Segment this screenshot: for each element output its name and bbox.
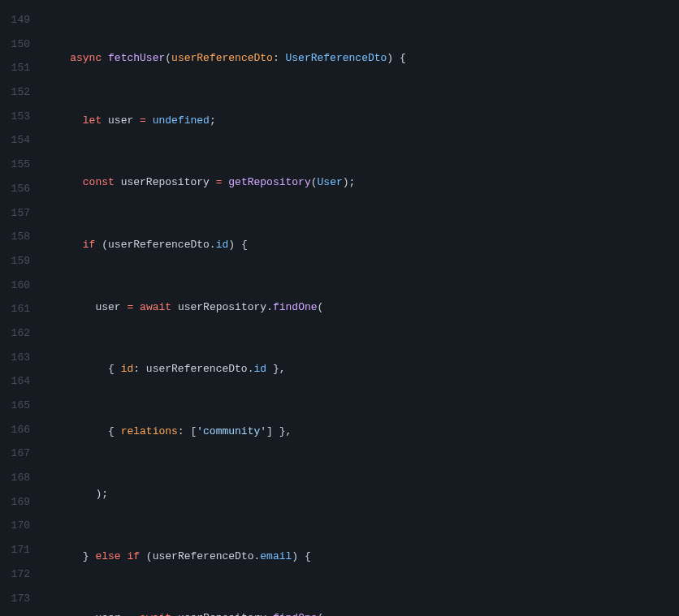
var-userRepository: userRepository [121,176,210,188]
line-number: 165 [0,394,30,418]
line-number: 173 [0,587,30,611]
code-content[interactable]: async fetchUser(userReferenceDto: UserRe… [45,0,679,616]
var-userReferenceDto: userReferenceDto [108,239,210,251]
keyword-if: if [83,239,96,251]
line-number: 154 [0,128,30,153]
line-number: 156 [0,177,30,201]
literal-undefined: undefined [153,114,210,127]
code-line: const userRepository = getRepository(Use… [45,170,679,195]
var-user: user [95,301,120,313]
keyword-async: async [70,52,102,64]
param-userReferenceDto: userReferenceDto [171,52,273,64]
string-community: 'community' [197,425,266,437]
operator-eq: = [127,301,133,313]
code-line: async fetchUser(userReferenceDto: UserRe… [45,46,679,71]
fn-findOne: findOne [273,301,318,313]
line-number: 162 [0,321,30,346]
code-line: } else if (userReferenceDto.email) { [45,545,679,569]
var-userReferenceDto: userReferenceDto [146,363,248,375]
line-number: 159 [0,249,30,274]
code-line: ); [45,482,679,506]
code-line: { relations: ['community'] }, [45,420,679,444]
keyword-if: if [127,550,140,562]
line-number: 166 [0,418,30,442]
operator-eq: = [127,612,133,616]
line-number: 150 [0,32,30,57]
code-line: if (userReferenceDto.id) { [45,233,679,257]
keyword-else: else [95,550,120,562]
fn-getRepository: getRepository [228,176,310,188]
keyword-let: let [83,114,102,127]
line-number: 168 [0,466,30,490]
operator-eq: = [216,176,223,188]
keyword-const: const [83,176,115,188]
line-number: 151 [0,56,30,80]
fn-findOne: findOne [273,612,318,616]
keyword-await: await [140,612,171,616]
var-userRepository: userRepository [178,612,266,616]
code-line: user = await userRepository.findOne( [45,606,679,616]
code-editor: 1491501511521531541551561571581591601611… [0,0,679,616]
class-User: User [318,176,343,188]
key-id: id [121,363,134,375]
code-line: { id: userReferenceDto.id }, [45,357,679,381]
line-number: 167 [0,442,30,466]
line-number: 153 [0,105,30,129]
line-number: 157 [0,201,30,226]
prop-id: id [216,239,229,251]
prop-email: email [260,550,292,562]
line-number: 172 [0,562,30,587]
var-userReferenceDto: userReferenceDto [153,550,254,562]
var-user: user [95,612,120,616]
line-number-gutter: 1491501511521531541551561571581591601611… [0,0,45,616]
line-number: 160 [0,274,30,298]
line-number: 171 [0,538,30,562]
var-user: user [108,114,133,127]
key-relations: relations [121,425,178,437]
line-number: 163 [0,346,30,370]
code-line: user = await userRepository.findOne( [45,295,679,320]
line-number: 170 [0,514,30,538]
line-number: 152 [0,80,30,105]
keyword-await: await [140,301,171,313]
line-number: 164 [0,369,30,394]
line-number: 161 [0,297,30,321]
prop-id: id [253,363,266,375]
line-number: 155 [0,153,30,177]
var-userRepository: userRepository [178,301,266,313]
type-UserReferenceDto: UserReferenceDto [286,52,387,64]
fn-fetchUser: fetchUser [108,52,165,64]
operator-eq: = [140,114,146,127]
code-line: let user = undefined; [45,109,679,133]
line-number: 169 [0,490,30,515]
line-number: 149 [0,8,30,32]
line-number: 158 [0,225,30,249]
